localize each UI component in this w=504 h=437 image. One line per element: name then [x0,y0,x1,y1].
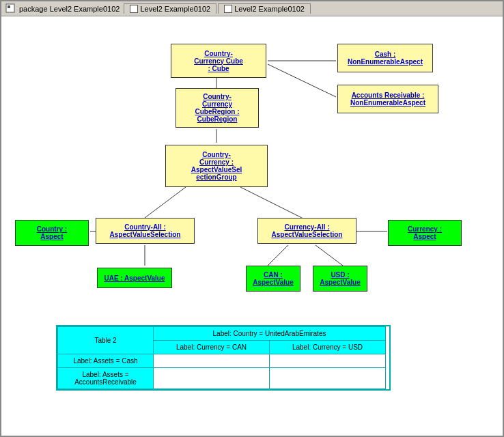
table-header-country: Label: Country = UnitedArabEmirates [213,330,326,337]
accounts-receivable-node: Accounts Receivable :NonEnumerableAspect [337,85,438,113]
bottom-table: Table 2 Label: Country = UnitedArabEmira… [56,325,391,391]
country-aspect-label[interactable]: Country :Aspect [37,225,67,240]
table-row1-label: Label: Assets = Cash [73,357,137,365]
currency-aspect-label[interactable]: Currency :Aspect [408,225,442,240]
tab-icon-2 [224,5,232,13]
cash-label[interactable]: Cash :NonEnumerableAspect [348,51,423,66]
aspectvalueselectiongroup-label[interactable]: Country-Currency :AspectValueSelectionGr… [191,151,242,181]
country-currency-cuberegion-node: Country-CurrencyCubeRegion :CubeRegion [176,88,259,128]
currency-all-label[interactable]: Currency-All :AspectValueSelection [272,223,343,238]
window-title: package Level2 Example0102 [19,5,120,13]
table-col-can-cell: Label: Currency = CAN [154,341,270,354]
accounts-receivable-label[interactable]: Accounts Receivable :NonEnumerableAspect [350,91,425,107]
tab-label-1: Level2 Example0102 [140,5,210,13]
uae-label[interactable]: UAE : AspectValue [104,274,165,282]
table-row2-label-cell: Label: Assets = AccountsReceivable [58,368,154,389]
country-currency-cube-label[interactable]: Country-Currency Cube: Cube [194,50,243,72]
usd-aspectvalue-node: USD :AspectValue [313,266,367,292]
table-col-usd: Label: Currency = USD [292,343,363,351]
can-label[interactable]: CAN :AspectValue [253,271,293,286]
table-col-can: Label: Currency = CAN [176,343,247,351]
tab-area: Level2 Example0102 Level2 Example0102 [124,3,311,14]
title-icon [5,3,15,14]
country-currency-cube-node: Country-Currency Cube: Cube [171,44,266,78]
main-window: package Level2 Example0102 Level2 Exampl… [0,0,504,437]
table-title-cell: Table 2 [58,327,154,354]
svg-rect-1 [8,5,10,8]
svg-line-10 [268,245,288,266]
table-row1-can-cell [154,354,270,368]
table-row1-label-cell: Label: Assets = Cash [58,354,154,368]
tab-1[interactable]: Level2 Example0102 [124,3,216,14]
table-header-country-cell: Label: Country = UnitedArabEmirates [154,327,386,341]
usd-label[interactable]: USD :AspectValue [320,271,360,286]
data-table: Table 2 Label: Country = UnitedArabEmira… [57,326,386,389]
table-row1-usd-cell [270,354,386,368]
currency-aspect-node: Currency :Aspect [388,220,462,246]
can-aspectvalue-node: CAN :AspectValue [246,266,300,292]
aspectvalueselectiongroup-node: Country-Currency :AspectValueSelectionGr… [165,145,268,187]
table-row2-label: Label: Assets = AccountsReceivable [74,371,137,386]
country-all-label[interactable]: Country-All :AspectValueSelection [110,223,181,238]
svg-line-7 [240,187,302,218]
svg-line-3 [268,64,336,97]
cash-node: Cash :NonEnumerableAspect [337,44,433,72]
title-bar: package Level2 Example0102 Level2 Exampl… [1,1,503,16]
table-col-usd-cell: Label: Currency = USD [270,341,386,354]
cuberegion-label[interactable]: Country-CurrencyCubeRegion :CubeRegion [195,93,240,123]
tab-icon-1 [130,5,138,13]
tab-2[interactable]: Level2 Example0102 [218,3,311,14]
diagram-area: Country-Currency Cube: Cube Cash :NonEnu… [1,16,503,436]
currency-all-node: Currency-All :AspectValueSelection [257,218,356,244]
table-title: Table 2 [94,337,116,344]
svg-line-11 [316,245,343,266]
table-row2-usd-cell [270,368,386,389]
country-aspect-node: Country :Aspect [15,220,89,246]
country-all-node: Country-All :AspectValueSelection [96,218,195,244]
table-row2-can-cell [154,368,270,389]
tab-label-2: Level2 Example0102 [234,5,305,13]
svg-line-6 [145,187,186,218]
uae-aspectvalue-node: UAE : AspectValue [97,268,172,288]
